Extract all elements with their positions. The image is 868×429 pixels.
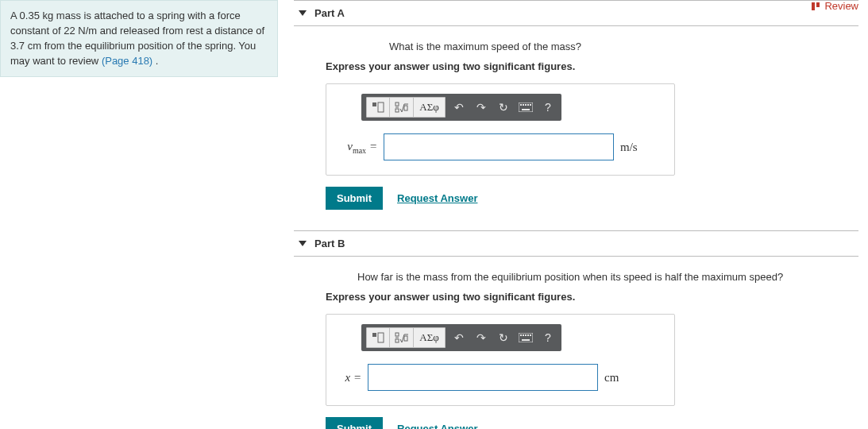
sidebar: A 0.35 kg mass is attached to a spring w… bbox=[0, 0, 278, 429]
svg-rect-24 bbox=[530, 334, 531, 336]
page-link[interactable]: (Page 418) bbox=[102, 55, 152, 67]
svg-rect-7 bbox=[520, 104, 522, 106]
help-icon[interactable]: ? bbox=[539, 99, 557, 116]
svg-rect-14 bbox=[378, 333, 384, 342]
request-answer-link[interactable]: Request Answer bbox=[397, 192, 477, 204]
part-b-title: Part B bbox=[314, 238, 345, 249]
part-b-answer-block: ΑΣφ ↶ ↷ ↻ ? x = cm bbox=[326, 314, 675, 406]
chevron-down-icon bbox=[299, 10, 307, 16]
keyboard-icon[interactable] bbox=[517, 329, 534, 346]
fraction-sqrt-icon[interactable] bbox=[390, 97, 414, 118]
part-a-answer-block: ΑΣφ ↶ ↷ ↻ ? vmax = m/s bbox=[326, 83, 675, 176]
part-b-header[interactable]: Part B bbox=[294, 231, 858, 257]
request-answer-link[interactable]: Request Answer bbox=[397, 423, 477, 429]
fraction-sqrt-icon[interactable] bbox=[390, 327, 414, 348]
svg-rect-2 bbox=[395, 102, 399, 106]
svg-rect-9 bbox=[525, 104, 527, 106]
svg-rect-10 bbox=[527, 104, 529, 106]
reset-icon[interactable]: ↻ bbox=[495, 329, 512, 346]
equation-toolbar: ΑΣφ ↶ ↷ ↻ ? bbox=[361, 324, 561, 351]
answer-input-x[interactable] bbox=[368, 364, 598, 391]
unit-label-ms: m/s bbox=[620, 141, 638, 154]
part-a-question: What is the maximum speed of the mass? bbox=[389, 41, 858, 52]
submit-button[interactable]: Submit bbox=[326, 417, 383, 429]
redo-icon[interactable]: ↷ bbox=[473, 99, 490, 116]
svg-rect-17 bbox=[395, 339, 399, 342]
svg-rect-5 bbox=[404, 106, 407, 110]
help-icon[interactable]: ? bbox=[539, 329, 557, 346]
part-a-header[interactable]: Part A bbox=[294, 1, 858, 26]
svg-rect-20 bbox=[520, 334, 522, 336]
undo-icon[interactable]: ↶ bbox=[450, 99, 468, 116]
template-icon[interactable] bbox=[366, 327, 390, 348]
review-label: Review bbox=[824, 0, 858, 12]
svg-rect-18 bbox=[404, 336, 407, 341]
review-link[interactable]: Review bbox=[812, 0, 858, 12]
keyboard-icon[interactable] bbox=[517, 99, 534, 116]
svg-rect-12 bbox=[522, 109, 530, 110]
undo-icon[interactable]: ↶ bbox=[450, 329, 468, 346]
svg-rect-0 bbox=[372, 102, 376, 106]
variable-label-vmax: vmax = bbox=[338, 140, 377, 155]
svg-rect-15 bbox=[395, 333, 399, 336]
part-a: Part A What is the maximum speed of the … bbox=[294, 0, 858, 210]
svg-rect-19 bbox=[519, 333, 533, 342]
equation-toolbar: ΑΣφ ↶ ↷ ↻ ? bbox=[361, 94, 561, 121]
svg-rect-23 bbox=[527, 334, 529, 336]
svg-rect-8 bbox=[523, 104, 524, 106]
svg-rect-25 bbox=[522, 339, 530, 341]
submit-button[interactable]: Submit bbox=[326, 187, 383, 210]
part-a-title: Part A bbox=[314, 7, 345, 19]
unit-label-cm: cm bbox=[604, 371, 619, 385]
answer-input-vmax[interactable] bbox=[384, 133, 614, 160]
chevron-down-icon bbox=[299, 241, 307, 246]
problem-statement: A 0.35 kg mass is attached to a spring w… bbox=[0, 0, 278, 77]
review-flag-icon bbox=[812, 2, 821, 10]
variable-label-x: x = bbox=[338, 371, 361, 385]
svg-rect-11 bbox=[530, 104, 531, 106]
reset-icon[interactable]: ↻ bbox=[495, 99, 512, 116]
greek-letters-button[interactable]: ΑΣφ bbox=[414, 327, 446, 348]
redo-icon[interactable]: ↷ bbox=[473, 329, 490, 346]
part-b: Part B How far is the mass from the equi… bbox=[294, 230, 858, 429]
greek-letters-button[interactable]: ΑΣφ bbox=[414, 97, 446, 118]
svg-rect-21 bbox=[523, 334, 524, 336]
svg-rect-13 bbox=[372, 333, 376, 337]
template-icon[interactable] bbox=[366, 97, 390, 118]
svg-rect-6 bbox=[519, 102, 533, 112]
part-b-question: How far is the mass from the equilibrium… bbox=[357, 271, 858, 283]
part-b-instruction: Express your answer using two significan… bbox=[326, 291, 858, 303]
svg-rect-1 bbox=[378, 102, 384, 112]
svg-rect-22 bbox=[525, 334, 527, 336]
part-a-instruction: Express your answer using two significan… bbox=[326, 60, 858, 72]
svg-rect-4 bbox=[395, 109, 399, 112]
main-content: Part A What is the maximum speed of the … bbox=[294, 0, 868, 429]
